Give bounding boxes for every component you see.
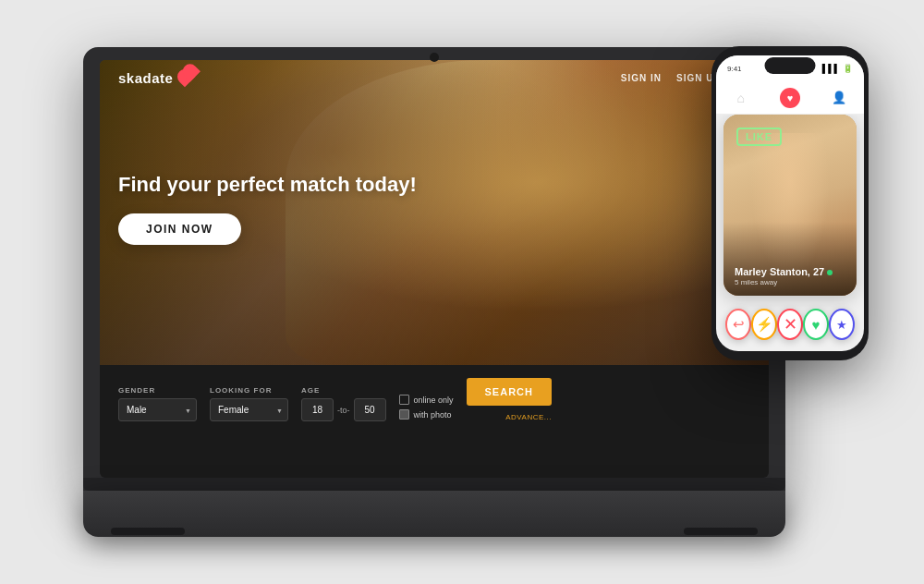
heart-nav-icon[interactable]: ♥ [780,88,800,108]
laptop-foot-left [111,528,185,535]
age-min-input[interactable] [301,398,334,421]
profile-card[interactable]: LIKE Marley Stanton, 27 5 miles away [723,115,857,296]
laptop: skadate SIGN IN SIGN UP EN Find your [83,47,785,537]
card-user-name: Marley Stanton, 27 [735,266,835,277]
signin-link[interactable]: SIGN IN [621,73,662,83]
looking-for-select[interactable]: Female Male [210,398,288,421]
laptop-hinge [83,478,785,491]
home-nav-icon[interactable]: ⌂ [731,88,751,108]
logo-heart-icon [175,67,196,88]
gender-select[interactable]: Male Female [118,398,197,421]
card-user-info: Marley Stanton, 27 5 miles away [735,266,835,286]
looking-for-label: LOOKING FOR [210,386,288,395]
superlike-button[interactable]: ★ [829,309,855,340]
phone: 9:41 ▌▌▌ 🔋 ⌂ ♥ 👤 LIKE [711,46,869,360]
hero-content: Find your perfect match today! JOIN NOW [118,173,417,245]
phone-time: 9:41 [727,65,742,73]
gender-select-wrapper: Male Female [118,398,197,421]
signal-icon: ▌▌▌ [822,64,840,73]
like-button[interactable]: ♥ [803,309,829,340]
looking-for-group: LOOKING FOR Female Male [210,386,288,421]
online-only-filter[interactable]: online only [399,395,454,405]
advanced-search-link[interactable]: ADVANCE... [467,413,552,421]
phone-notch [765,57,816,74]
rewind-button[interactable]: ↩ [725,309,751,340]
laptop-screen: skadate SIGN IN SIGN UP EN Find your [100,60,769,478]
phone-screen: 9:41 ▌▌▌ 🔋 ⌂ ♥ 👤 LIKE [716,55,864,351]
join-now-button[interactable]: JOIN NOW [118,213,241,245]
battery-icon: 🔋 [843,64,853,73]
logo-text: skadate [118,70,173,86]
phone-nav-bar: ⌂ ♥ 👤 [716,81,864,115]
age-separator: -to- [337,406,350,415]
laptop-body: skadate SIGN IN SIGN UP EN Find your [83,47,785,491]
action-buttons: ↩ ⚡ ✕ ♥ ★ [716,309,864,340]
online-indicator [827,270,833,275]
online-only-checkbox[interactable] [399,395,409,405]
online-only-label: online only [414,395,454,405]
nope-button[interactable]: ✕ [777,309,803,340]
scene: skadate SIGN IN SIGN UP EN Find your [0,0,924,584]
profile-nav-icon[interactable]: 👤 [829,88,849,108]
laptop-foot-right [684,528,758,535]
with-photo-filter[interactable]: with photo [399,409,454,420]
with-photo-checkbox[interactable] [399,409,409,420]
logo: skadate [118,69,192,87]
navigation: skadate SIGN IN SIGN UP EN [100,60,769,96]
laptop-base [83,491,785,537]
with-photo-label: with photo [414,410,452,420]
filter-checkboxes: online only with photo [399,395,454,420]
age-label: AGE [301,386,386,395]
hero-section: skadate SIGN IN SIGN UP EN Find your [100,60,769,365]
age-group: AGE -to- [301,386,386,421]
hero-title: Find your perfect match today! [118,173,417,197]
like-badge: LIKE [736,128,782,146]
age-inputs: -to- [301,398,386,421]
looking-for-select-wrapper: Female Male [210,398,288,421]
search-button[interactable]: SEARCH [467,378,552,406]
website: skadate SIGN IN SIGN UP EN Find your [100,60,769,478]
age-max-input[interactable] [354,398,386,421]
gender-group: GENDER Male Female [118,386,197,421]
search-section: GENDER Male Female LOOKING FOR [100,365,769,434]
card-user-distance: 5 miles away [735,278,835,286]
gender-label: GENDER [118,386,197,395]
phone-status-icons: ▌▌▌ 🔋 [822,64,853,73]
boost-button[interactable]: ⚡ [751,309,777,340]
search-button-group: SEARCH ADVANCE... [467,378,552,421]
